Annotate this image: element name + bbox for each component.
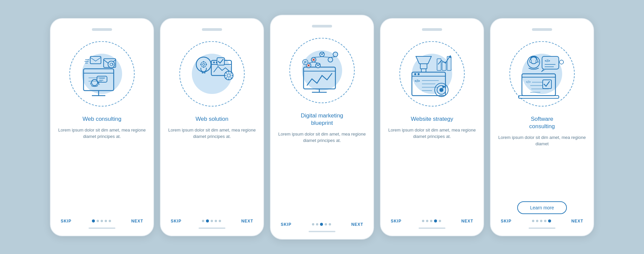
svg-line-56 (309, 62, 314, 63)
svg-point-104 (559, 60, 564, 64)
illustration-web-consulting (65, 37, 139, 111)
phone-top-bar-2 (202, 28, 222, 31)
skip-btn-1[interactable]: SKIP (61, 219, 71, 223)
dot-3-2 (320, 223, 323, 226)
card-website-strategy: </> Website strategy Lorem ipsum dolor s… (380, 18, 484, 236)
illustration-digital-marketing: P (285, 34, 359, 107)
svg-rect-44 (304, 67, 335, 89)
dot-3-3 (325, 223, 327, 225)
card-title-4: Website strategy (411, 115, 453, 123)
svg-point-83 (439, 88, 443, 92)
illustration-website-strategy: </> (395, 37, 469, 111)
dot-5-2 (540, 220, 542, 222)
next-btn-3[interactable]: NEXT (351, 222, 363, 227)
card-desc-3: Lorem ipsum dolor sit dim amet, mea regi… (278, 131, 366, 217)
next-btn-5[interactable]: NEXT (571, 219, 583, 223)
svg-rect-71 (421, 69, 426, 72)
card-nav-3: SKIP NEXT (278, 222, 366, 227)
phone-bottom-bar-4 (419, 227, 445, 229)
svg-point-50 (328, 57, 333, 62)
dot-2-4 (219, 220, 221, 222)
dot-5-4 (548, 219, 551, 222)
web-solution-svg (182, 44, 242, 104)
card-software-consulting: </> (490, 18, 594, 236)
svg-point-75 (418, 73, 420, 75)
card-desc-4: Lorem ipsum dolor sit dim amet, mea regi… (388, 127, 476, 214)
svg-rect-97 (530, 60, 531, 62)
nav-dots-2 (202, 219, 221, 222)
svg-rect-70 (420, 64, 427, 69)
card-title-1: Web consulting (83, 115, 121, 123)
phone-bottom-bar-3 (309, 231, 335, 232)
software-consulting-svg: </> (512, 44, 572, 104)
dot-4-0 (422, 220, 424, 222)
dot-2-2 (211, 220, 213, 222)
phone-bottom-bar-5 (529, 227, 555, 229)
phone-bottom-bar-2 (199, 227, 225, 229)
web-consulting-svg (72, 44, 132, 104)
dot-1-3 (105, 220, 107, 222)
dot-5-3 (544, 220, 546, 222)
illustration-software-consulting: </> (505, 37, 579, 111)
svg-line-7 (99, 84, 100, 85)
svg-rect-98 (536, 60, 538, 62)
card-web-solution: Web solution Lorem ipsum dolor sit dim a… (160, 18, 264, 236)
card-digital-marketing: P Digital marketing blueprint Lorem ipsu… (270, 15, 374, 240)
next-btn-2[interactable]: NEXT (241, 219, 253, 223)
card-nav-5: SKIP NEXT (498, 219, 586, 223)
dot-5-1 (536, 220, 538, 222)
nav-dots-4 (422, 219, 441, 222)
learn-more-button[interactable]: Learn more (517, 201, 567, 214)
card-title-5: Software consulting (529, 115, 555, 130)
card-nav-2: SKIP NEXT (168, 219, 256, 223)
svg-point-74 (414, 73, 416, 75)
phone-top-bar-4 (422, 28, 442, 31)
dot-3-0 (312, 223, 314, 225)
svg-text:</>: </> (526, 80, 531, 84)
svg-point-12 (108, 61, 115, 68)
nav-dots-1 (92, 219, 111, 222)
dot-3-4 (329, 223, 331, 225)
card-desc-1: Lorem ipsum dolor sit dim amet, mea regi… (58, 127, 146, 214)
skip-btn-4[interactable]: SKIP (391, 219, 401, 223)
dot-3-1 (316, 223, 318, 225)
nav-dots-5 (532, 219, 551, 222)
illustration-web-solution (175, 37, 249, 111)
phone-top-bar (92, 28, 112, 31)
skip-btn-5[interactable]: SKIP (501, 219, 512, 223)
dot-4-4 (439, 220, 441, 222)
svg-rect-67 (447, 56, 451, 70)
dot-1-0 (92, 219, 95, 222)
svg-line-57 (314, 62, 318, 63)
skip-btn-3[interactable]: SKIP (281, 222, 291, 227)
svg-point-53 (333, 52, 338, 57)
svg-line-55 (322, 57, 330, 57)
svg-rect-65 (437, 59, 441, 70)
dot-4-3 (434, 219, 437, 222)
card-nav-1: SKIP NEXT (58, 219, 146, 223)
dot-2-1 (206, 219, 209, 222)
svg-point-31 (213, 61, 215, 63)
next-btn-1[interactable]: NEXT (131, 219, 143, 223)
dot-4-1 (426, 220, 428, 222)
phone-bottom-bar-1 (89, 227, 115, 229)
svg-line-54 (314, 57, 322, 57)
card-desc-2: Lorem ipsum dolor sit dim amet, mea regi… (168, 127, 256, 214)
next-btn-4[interactable]: NEXT (461, 219, 473, 223)
svg-marker-69 (416, 56, 431, 64)
dot-4-2 (430, 220, 432, 222)
phone-top-bar-5 (532, 28, 552, 31)
svg-text:P: P (304, 61, 307, 64)
dot-1-4 (109, 220, 111, 222)
dot-5-0 (532, 220, 534, 222)
nav-dots-3 (312, 223, 331, 226)
card-title-2: Web solution (196, 115, 228, 123)
card-desc-5: Lorem ipsum dolor sit dim amet, mea regi… (498, 134, 586, 197)
skip-btn-2[interactable]: SKIP (171, 219, 181, 223)
svg-point-19 (196, 57, 211, 72)
svg-text:</>: </> (415, 79, 420, 83)
dot-1-1 (97, 220, 99, 222)
dot-2-3 (215, 220, 217, 222)
card-title-3: Digital marketing blueprint (301, 112, 343, 127)
website-strategy-svg: </> (402, 44, 462, 104)
